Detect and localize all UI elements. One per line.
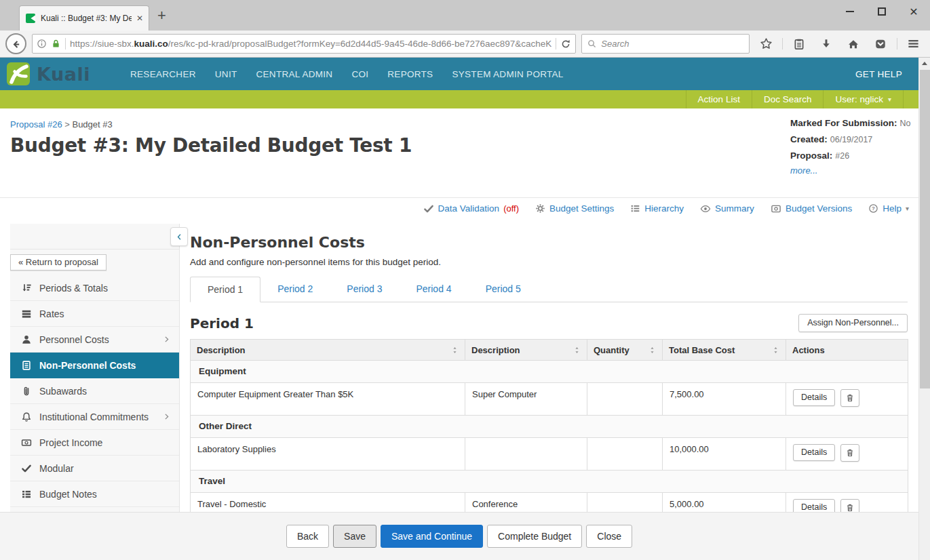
sidebar-item-budget-notes[interactable]: Budget Notes (10, 481, 179, 507)
toolbar-data-validation[interactable]: Data Validation(off) (423, 203, 519, 214)
url-bar[interactable]: https://siue-sbx.kuali.co/res/kc-pd-krad… (32, 34, 576, 54)
portal-item-action-list[interactable]: Action List (686, 90, 752, 108)
tab-period-5[interactable]: Period 5 (469, 277, 538, 302)
app-header: Kuali RESEARCHERUNITCENTRAL ADMINCOIREPO… (0, 58, 918, 90)
versions-icon (771, 203, 781, 214)
caret-down-icon: ▾ (906, 205, 909, 212)
back-button[interactable]: Back (286, 525, 329, 548)
meta-value: #26 (835, 151, 849, 161)
save-button[interactable]: Save (333, 525, 376, 548)
pocket-button[interactable] (870, 34, 891, 54)
home-button[interactable] (842, 34, 864, 54)
kuali-logo[interactable]: Kuali (7, 62, 121, 85)
new-tab-button[interactable]: + (157, 7, 166, 24)
tab-close-icon[interactable]: ✕ (136, 14, 143, 23)
tab-period-1[interactable]: Period 1 (190, 277, 260, 302)
lock-icon[interactable] (51, 39, 61, 49)
nav-item-central-admin[interactable]: CENTRAL ADMIN (246, 69, 342, 79)
bookmarks-menu-button[interactable] (788, 34, 810, 54)
period-tabs: Period 1Period 2Period 3Period 4Period 5 (190, 277, 908, 302)
search-bar[interactable] (581, 34, 750, 54)
scrollbar-up-button[interactable] (919, 58, 930, 68)
svg-text:?: ? (872, 205, 875, 212)
toolbar-hierarchy[interactable]: Hierarchy (630, 203, 684, 214)
page-scrollbar[interactable] (918, 58, 930, 560)
tab-period-4[interactable]: Period 4 (399, 277, 468, 302)
nav-item-reports[interactable]: REPORTS (378, 69, 442, 79)
notes-icon (21, 489, 32, 500)
sort-updown-icon[interactable] (451, 346, 459, 355)
toolbar-summary[interactable]: Summary (700, 203, 754, 214)
delete-button[interactable] (840, 444, 859, 462)
sidebar-item-subawards[interactable]: Subawards (10, 378, 179, 404)
browser-tab[interactable]: Kuali :: Budget #3: My Detail ✕ (19, 5, 149, 31)
sidebar-item-rates[interactable]: Rates (10, 301, 179, 327)
sidebar-item-budget-summary[interactable]: Budget Summary (10, 507, 179, 512)
info-icon[interactable] (37, 39, 47, 49)
portal-item-user-nglick[interactable]: User: nglick▾ (823, 90, 904, 108)
nav-item-researcher[interactable]: RESEARCHER (121, 69, 206, 79)
close-button[interactable]: Close (586, 525, 632, 548)
sidebar-item-institutional-commitments[interactable]: Institutional Commitments (10, 404, 179, 430)
return-to-proposal-button[interactable]: « Return to proposal (10, 254, 106, 271)
delete-button[interactable] (840, 499, 859, 512)
save-and-continue-button[interactable]: Save and Continue (381, 525, 483, 548)
cell-description2: Super Computer (465, 383, 587, 416)
paperclip-icon (21, 386, 32, 397)
meta-label: Marked For Submission: (790, 118, 897, 128)
sidebar-item-modular[interactable]: Modular (10, 456, 179, 481)
window-close-button[interactable]: ✕ (907, 5, 921, 18)
get-help-link[interactable]: GET HELP (855, 69, 902, 79)
cell-total-base-cost: 10,000.00 (663, 438, 786, 471)
column-header-description[interactable]: Description (465, 340, 587, 361)
column-header-description[interactable]: Description (191, 340, 465, 361)
reload-icon[interactable] (560, 39, 571, 49)
toolbar-help[interactable]: ?Help▾ (868, 203, 909, 214)
assign-non-personnel-button[interactable]: Assign Non-Personnel... (798, 314, 908, 332)
sidebar-collapse-button[interactable] (170, 227, 188, 246)
toolbar-budget-versions[interactable]: Budget Versions (771, 203, 852, 214)
search-input[interactable] (601, 39, 744, 49)
sidebar-item-non-personnel-costs[interactable]: Non-Personnel Costs (10, 353, 179, 378)
downloads-button[interactable] (815, 34, 837, 54)
kuali-favicon-icon (25, 13, 36, 24)
column-header-label: Quantity (594, 345, 629, 355)
group-row-travel: Travel (191, 471, 908, 493)
sidebar-item-project-income[interactable]: Project Income (10, 430, 179, 456)
sort-updown-icon[interactable] (772, 346, 779, 355)
details-button[interactable]: Details (793, 499, 835, 512)
toolbar-budget-settings[interactable]: Budget Settings (535, 203, 614, 214)
tab-period-3[interactable]: Period 3 (330, 277, 399, 302)
toolbar-label: Summary (715, 203, 754, 214)
off-indicator: (off) (503, 203, 519, 214)
window-maximize-button[interactable] (875, 5, 889, 18)
bookmark-star-button[interactable] (755, 34, 777, 54)
portal-item-doc-search[interactable]: Doc Search (752, 90, 824, 108)
sidebar-item-label: Personnel Costs (39, 334, 109, 345)
browser-navbar: https://siue-sbx.kuali.co/res/kc-pd-krad… (0, 31, 930, 58)
eye-icon (700, 203, 711, 214)
sidebar-item-periods-totals[interactable]: Periods & Totals (10, 275, 179, 301)
delete-button[interactable] (840, 389, 859, 407)
nav-item-coi[interactable]: COI (342, 69, 378, 79)
menu-button[interactable] (903, 34, 925, 54)
complete-budget-button[interactable]: Complete Budget (487, 525, 582, 548)
window-minimize-button[interactable] (843, 5, 857, 18)
tab-period-2[interactable]: Period 2 (260, 277, 330, 302)
group-name: Other Direct (191, 416, 908, 438)
sort-updown-icon[interactable] (648, 346, 656, 355)
nav-item-system-admin-portal[interactable]: SYSTEM ADMIN PORTAL (442, 69, 573, 79)
column-header-total-base-cost[interactable]: Total Base Cost (663, 340, 786, 361)
sort-updown-icon[interactable] (573, 346, 581, 355)
check-icon (423, 203, 434, 214)
url-text[interactable]: https://siue-sbx.kuali.co/res/kc-pd-krad… (70, 39, 551, 49)
back-button[interactable] (5, 33, 26, 54)
sidebar-item-personnel-costs[interactable]: Personnel Costs (10, 327, 179, 353)
nav-item-unit[interactable]: UNIT (206, 69, 247, 79)
details-button[interactable]: Details (793, 389, 835, 406)
scrollbar-thumb[interactable] (920, 70, 930, 388)
breadcrumb-proposal-link[interactable]: Proposal #26 (10, 119, 62, 129)
more-link[interactable]: more... (790, 165, 916, 176)
details-button[interactable]: Details (793, 444, 835, 461)
column-header-quantity[interactable]: Quantity (587, 340, 663, 361)
